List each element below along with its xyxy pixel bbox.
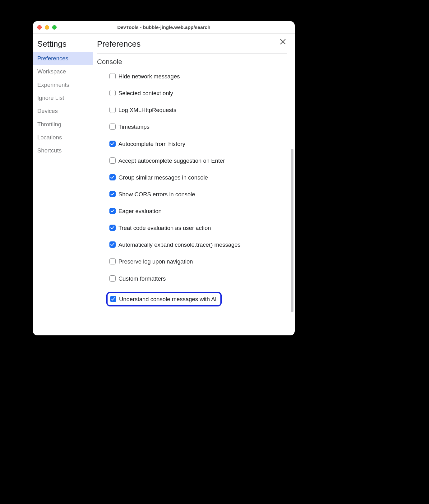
- option-row[interactable]: Eager evaluation: [109, 208, 286, 215]
- option-row[interactable]: Preserve log upon navigation: [109, 258, 286, 265]
- sidebar-item-throttling[interactable]: Throttling: [33, 118, 93, 131]
- close-icon: [279, 38, 287, 45]
- checkbox[interactable]: [110, 296, 116, 302]
- traffic-lights: [37, 25, 57, 30]
- devtools-window: DevTools - bubble-jingle.web.app/search …: [33, 21, 295, 335]
- option-label: Autocomplete from history: [118, 140, 185, 147]
- option-label: Preserve log upon navigation: [118, 258, 193, 265]
- option-row[interactable]: Treat code evaluation as user action: [109, 224, 286, 231]
- option-row[interactable]: Group similar messages in console: [109, 174, 286, 181]
- window-close-button[interactable]: [37, 25, 42, 30]
- checkbox[interactable]: [109, 275, 116, 282]
- window-maximize-button[interactable]: [52, 25, 57, 30]
- checkbox[interactable]: [109, 124, 116, 130]
- checkbox[interactable]: [109, 107, 116, 113]
- option-label: Custom formatters: [118, 275, 166, 282]
- settings-sidebar: Settings PreferencesWorkspaceExperiments…: [33, 34, 93, 335]
- checkbox[interactable]: [109, 258, 116, 264]
- window-minimize-button[interactable]: [45, 25, 49, 30]
- option-label: Understand console messages with AI: [119, 296, 217, 303]
- option-label: Timestamps: [118, 123, 150, 130]
- option-label: Log XMLHttpRequests: [118, 106, 176, 114]
- divider: [97, 53, 287, 54]
- close-settings-button[interactable]: [279, 38, 287, 45]
- option-label: Automatically expand console.trace() mes…: [118, 241, 241, 248]
- option-row[interactable]: Timestamps: [109, 123, 286, 130]
- checkbox[interactable]: [109, 191, 116, 197]
- scrollbar-thumb[interactable]: [291, 149, 293, 312]
- checkbox[interactable]: [109, 225, 116, 231]
- settings-content: Settings PreferencesWorkspaceExperiments…: [33, 34, 295, 335]
- checkbox[interactable]: [109, 73, 116, 79]
- settings-main: Preferences Console Hide network message…: [93, 34, 295, 335]
- checkbox[interactable]: [109, 157, 116, 164]
- page-title: Preferences: [97, 37, 287, 53]
- sidebar-item-ignore-list[interactable]: Ignore List: [33, 91, 93, 105]
- option-label: Hide network messages: [118, 73, 180, 80]
- option-row[interactable]: Hide network messages: [109, 73, 286, 80]
- sidebar-item-workspace[interactable]: Workspace: [33, 65, 93, 78]
- option-label: Selected context only: [118, 90, 173, 97]
- option-label: Group similar messages in console: [118, 174, 208, 181]
- sidebar-item-locations[interactable]: Locations: [33, 131, 93, 144]
- option-row[interactable]: Log XMLHttpRequests: [109, 106, 286, 114]
- option-row[interactable]: Show CORS errors in console: [109, 191, 286, 198]
- sidebar-item-shortcuts[interactable]: Shortcuts: [33, 144, 93, 157]
- window-title: DevTools - bubble-jingle.web.app/search: [33, 25, 295, 30]
- checkbox[interactable]: [109, 90, 116, 96]
- scrollbar[interactable]: [291, 149, 293, 312]
- option-row[interactable]: Automatically expand console.trace() mes…: [109, 241, 286, 248]
- option-row[interactable]: Selected context only: [109, 90, 286, 97]
- option-label: Eager evaluation: [118, 208, 162, 215]
- sidebar-title: Settings: [33, 37, 93, 52]
- option-row[interactable]: Accept autocomplete suggestion on Enter: [109, 157, 286, 164]
- checkbox[interactable]: [109, 241, 116, 248]
- checkbox[interactable]: [109, 174, 116, 180]
- option-label: Show CORS errors in console: [118, 191, 195, 198]
- highlighted-option[interactable]: Understand console messages with AI: [106, 292, 222, 306]
- option-row[interactable]: Custom formatters: [109, 275, 286, 282]
- checkbox[interactable]: [109, 141, 116, 147]
- checkbox[interactable]: [109, 208, 116, 214]
- option-row[interactable]: Autocomplete from history: [109, 140, 286, 147]
- option-label: Accept autocomplete suggestion on Enter: [118, 157, 225, 164]
- sidebar-item-experiments[interactable]: Experiments: [33, 78, 93, 91]
- sidebar-item-preferences[interactable]: Preferences: [33, 52, 93, 65]
- section-title: Console: [97, 58, 287, 66]
- sidebar-item-devices[interactable]: Devices: [33, 105, 93, 118]
- options-list: Hide network messagesSelected context on…: [97, 73, 287, 335]
- option-label: Treat code evaluation as user action: [118, 224, 211, 231]
- window-titlebar: DevTools - bubble-jingle.web.app/search: [33, 21, 295, 34]
